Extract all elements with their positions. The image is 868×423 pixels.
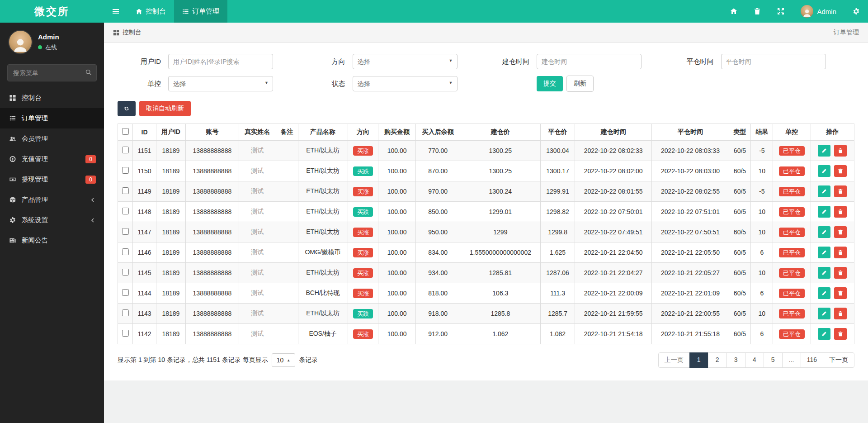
column-header[interactable]: 平仓价 [541,124,575,141]
clear-cache-button[interactable] [745,0,769,23]
edit-button[interactable] [818,145,830,157]
cell-amount: 100.00 [378,242,415,263]
home-icon [136,8,142,15]
page-prev-button[interactable]: 上一页 [658,352,690,368]
page-button[interactable]: 4 [745,352,764,368]
column-header[interactable]: 建仓时间 [575,124,651,141]
edit-button[interactable] [818,247,830,258]
page-button[interactable]: 1 [689,352,708,368]
edit-button[interactable] [818,185,830,197]
edit-button[interactable] [818,206,830,218]
user-menu[interactable]: Admin [793,0,844,23]
settings-menu-button[interactable] [844,0,868,23]
sidebar-toggle-button[interactable] [104,0,127,23]
sidebar-item-products[interactable]: 产品管理 [0,190,104,210]
tab-console[interactable]: 控制台 [127,0,174,23]
edit-button[interactable] [818,328,830,340]
delete-button[interactable] [834,185,847,197]
control-select[interactable]: 选择 [168,76,273,91]
page-size-select[interactable]: 10 [272,353,296,367]
page-button[interactable]: 5 [764,352,783,368]
page-button[interactable]: 116 [801,352,823,368]
refresh-button[interactable]: 刷新 [566,76,594,92]
close-time-input[interactable] [721,54,826,69]
tab-order-management[interactable]: 订单管理 [174,0,227,23]
cancel-auto-refresh-button[interactable]: 取消自动刷新 [139,101,191,116]
column-header[interactable]: 建仓价 [460,124,541,141]
home-icon [730,8,737,15]
cell-product: EOS/柚子 [298,324,348,344]
row-checkbox[interactable] [122,208,129,214]
column-header[interactable]: 结果 [751,124,773,141]
row-checkbox[interactable] [122,147,129,153]
delete-button[interactable] [834,308,847,319]
column-header[interactable]: 平仓时间 [652,124,729,141]
cell-open-time: 2022-10-21 22:00:09 [575,283,651,304]
cell-amount: 100.00 [378,263,415,283]
page-button[interactable]: 2 [708,352,727,368]
sidebar-item-withdraw[interactable]: 提现管理 0 [0,169,104,190]
cell-user-id: 18189 [156,324,185,344]
row-checkbox[interactable] [122,228,129,235]
main-area: 控制台 订单管理 用户ID 方向 选择 [104,23,868,423]
column-header[interactable]: 买入后余额 [415,124,460,141]
column-header[interactable]: 购买金额 [378,124,415,141]
delete-button[interactable] [834,247,847,258]
sidebar-item-label: 充值管理 [22,155,85,163]
row-checkbox[interactable] [122,289,129,296]
column-header[interactable]: 用户ID [156,124,185,141]
cell-close-price: 1.082 [541,324,575,344]
settings-icon [8,217,17,223]
cell-actions [811,242,854,263]
column-header[interactable]: 操作 [811,124,854,141]
open-time-input[interactable] [537,54,642,69]
sidebar-item-console[interactable]: 控制台 [0,88,104,108]
delete-button[interactable] [834,165,847,177]
row-checkbox[interactable] [122,269,129,276]
cell-actions [811,263,854,283]
sidebar-item-members[interactable]: 会员管理 [0,128,104,149]
page-next-button[interactable]: 下一页 [823,352,854,368]
column-header[interactable]: 类型 [729,124,751,141]
submit-button[interactable]: 提交 [537,76,563,91]
select-all-checkbox[interactable] [122,128,129,135]
row-checkbox[interactable] [122,167,129,174]
close-time-label: 平仓时间 [670,57,721,66]
home-shortcut-button[interactable] [722,0,745,23]
status-select[interactable]: 选择 [353,76,458,91]
edit-button[interactable] [818,287,830,299]
delete-button[interactable] [834,287,847,299]
column-header[interactable]: 产品名称 [298,124,348,141]
edit-button[interactable] [818,308,830,319]
sidebar-item-settings[interactable]: 系统设置 [0,210,104,230]
column-header[interactable]: 账号 [186,124,239,141]
user-id-input[interactable] [168,54,273,69]
menu-search-input[interactable] [7,64,97,81]
edit-button[interactable] [818,226,830,238]
row-checkbox[interactable] [122,309,129,316]
row-checkbox[interactable] [122,330,129,337]
sidebar-item-orders[interactable]: 订单管理 [0,108,104,128]
column-header[interactable]: 真实姓名 [239,124,276,141]
row-checkbox[interactable] [122,187,129,194]
page-button[interactable]: 3 [726,352,745,368]
column-header[interactable]: 单控 [773,124,811,141]
edit-button[interactable] [818,165,830,177]
delete-button[interactable] [834,206,847,218]
fullscreen-button[interactable] [769,0,793,23]
column-header[interactable]: 方向 [348,124,378,141]
row-checkbox[interactable] [122,248,129,255]
sidebar-item-recharge[interactable]: 充值管理 0 [0,149,104,169]
delete-button[interactable] [834,226,847,238]
column-header[interactable]: 备注 [276,124,298,141]
direction-select[interactable]: 选择 [353,54,458,69]
table-refresh-button[interactable] [118,101,136,116]
delete-button[interactable] [834,328,847,340]
delete-button[interactable] [834,267,847,279]
column-header[interactable]: ID [133,124,156,141]
sidebar-item-news[interactable]: 新闻公告 [0,230,104,251]
row-checkbox-cell [118,263,133,283]
edit-button[interactable] [818,267,830,279]
delete-button[interactable] [834,145,847,157]
cell-user-id: 18189 [156,283,185,304]
